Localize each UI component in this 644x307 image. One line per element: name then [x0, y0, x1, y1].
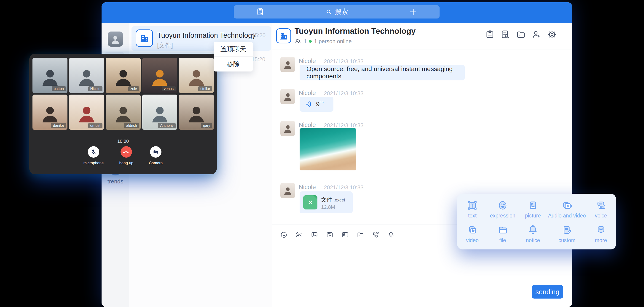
hang-up-icon — [123, 148, 130, 155]
search-icon — [325, 8, 332, 15]
microphone-toggle[interactable]: microphone — [84, 146, 104, 165]
file-icon — [497, 225, 508, 236]
camera-off-icon — [152, 148, 159, 155]
chat-history-search-icon[interactable] — [500, 30, 510, 39]
conversation-time: 15:20 — [252, 32, 266, 39]
participant-tile: Anthony — [142, 95, 177, 130]
building-icon — [138, 32, 150, 44]
text-message: Open source, free, and universal instant… — [300, 65, 465, 80]
conversation-last-message: [文件] — [157, 41, 173, 49]
folder-icon[interactable] — [357, 231, 364, 239]
panel-item-picture[interactable]: picture — [518, 197, 548, 222]
audio-video-icon — [562, 200, 572, 211]
panel-label: Audio and video — [548, 213, 586, 219]
my-avatar[interactable] — [108, 31, 123, 47]
panel-label: voice — [595, 213, 607, 219]
participant-tile: Nicole — [69, 58, 104, 93]
panel-item-more[interactable]: more — [586, 222, 616, 246]
file-message[interactable]: 文件 .excel 12.8M — [300, 191, 353, 213]
conversation-time: 15:20 — [252, 56, 265, 63]
file-extension: .excel — [334, 198, 345, 202]
image-icon[interactable] — [311, 231, 318, 239]
search-bar[interactable]: 搜索 — [234, 5, 440, 18]
participant-name: stellar — [198, 86, 212, 91]
chat-header: Tuoyun Information Technology 1 1 person… — [272, 23, 572, 50]
essay-icon[interactable] — [485, 30, 495, 39]
search-placeholder: 搜索 — [335, 7, 348, 16]
panel-label: picture — [525, 213, 541, 219]
top-bar: 搜索 — [102, 2, 572, 23]
send-button[interactable]: sending — [532, 285, 563, 299]
participant-grid: patton Nicole zole venus stellar danika … — [32, 58, 214, 130]
menu-item-pin-chat[interactable]: 置顶聊天 — [214, 42, 253, 56]
image-message-beach[interactable] — [300, 128, 356, 170]
participant-tile: ernest — [69, 95, 104, 130]
participant-name: ernest — [88, 123, 102, 128]
participant-name: Anthony — [158, 123, 176, 128]
video-call-icon[interactable] — [372, 231, 380, 239]
conversation-context-menu: 置顶聊天 移除 — [214, 42, 253, 71]
video-clip-icon[interactable] — [326, 231, 334, 239]
panel-item-video[interactable]: video — [457, 222, 488, 246]
sender-name: Nicole — [299, 89, 316, 97]
panel-item-expression[interactable]: expression — [488, 197, 518, 222]
panel-item-file[interactable]: file — [488, 222, 518, 246]
sender-name: Nicole — [299, 121, 316, 129]
call-log-button[interactable] — [256, 7, 264, 16]
participant-name: aldrich — [124, 123, 139, 128]
text-icon — [467, 200, 478, 211]
panel-label: more — [595, 237, 607, 244]
file-size: 12.8M — [321, 204, 335, 210]
settings-gear-icon[interactable] — [547, 30, 557, 39]
participant-name: danika — [51, 123, 66, 128]
sender-avatar[interactable] — [280, 183, 295, 198]
voice-message[interactable]: 9`` — [300, 97, 334, 112]
panel-item-audio-video[interactable]: Audio and video — [548, 197, 586, 222]
add-member-icon[interactable] — [532, 30, 541, 39]
voice-wave-icon — [306, 100, 313, 108]
camera-label: Camera — [149, 161, 162, 165]
message-type-panel: text expression picture — [457, 194, 616, 250]
sender-avatar[interactable] — [280, 89, 295, 104]
plus-icon — [409, 7, 418, 16]
custom-icon — [562, 225, 572, 236]
participant-name: patton — [52, 86, 66, 91]
video-call-overlay: patton Nicole zole venus stellar danika … — [29, 54, 217, 174]
panel-item-text[interactable]: text — [457, 197, 488, 222]
panel-item-custom[interactable]: custom — [548, 222, 586, 246]
expression-icon — [497, 200, 508, 211]
screenshot-scissors-icon[interactable] — [296, 231, 303, 239]
panel-label: notice — [526, 237, 540, 244]
trends-label: trends — [102, 178, 129, 185]
sender-name: Nicole — [299, 57, 316, 65]
sender-avatar[interactable] — [280, 57, 295, 72]
group-files-icon[interactable] — [516, 30, 526, 39]
panel-label: video — [466, 237, 479, 244]
call-timer: 10:00 — [29, 139, 217, 144]
panel-item-voice[interactable]: voice — [586, 197, 616, 222]
building-icon — [278, 31, 288, 41]
notification-bell-icon[interactable] — [388, 231, 395, 239]
chat-panel: Tuoyun Information Technology 1 1 person… — [272, 23, 572, 307]
sender-name: Nicole — [299, 184, 316, 191]
message-time: 2021/12/3 10:33 — [324, 90, 364, 97]
excel-file-icon — [303, 195, 318, 210]
panel-item-notice[interactable]: notice — [518, 222, 548, 246]
emoji-icon[interactable] — [280, 231, 288, 239]
group-avatar — [136, 29, 153, 47]
group-avatar — [276, 28, 291, 43]
contact-card-icon[interactable] — [342, 231, 349, 239]
add-button[interactable] — [409, 7, 418, 16]
picture-icon — [527, 200, 538, 211]
hang-up-button[interactable]: hang up — [119, 146, 133, 165]
message-time: 2021/12/3 10:33 — [324, 58, 364, 65]
camera-toggle[interactable]: Camera — [149, 146, 162, 165]
mic-off-icon — [90, 148, 97, 155]
clipboard-call-icon — [256, 7, 264, 16]
sender-avatar[interactable] — [280, 121, 295, 136]
message-time: 2021/12/3 10:33 — [324, 184, 364, 191]
chat-title: Tuoyun Information Technology — [294, 26, 416, 36]
menu-item-remove[interactable]: 移除 — [214, 56, 253, 71]
conversation-title: Tuoyun Information Technology — [157, 31, 256, 39]
members-icon — [294, 38, 302, 45]
